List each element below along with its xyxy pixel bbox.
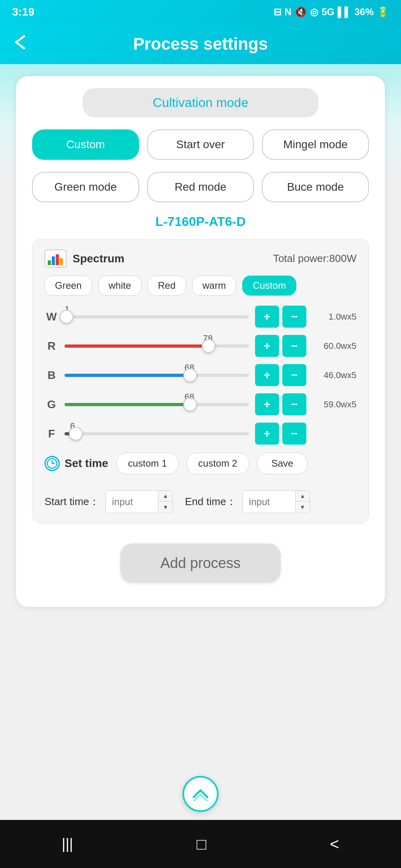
nav-home-button[interactable]: □ xyxy=(180,829,222,859)
clock-icon xyxy=(45,456,60,471)
start-time-up[interactable]: ▲ xyxy=(158,491,172,501)
sim-icon: ⊟ xyxy=(273,6,282,18)
spec-tab-warm[interactable]: warm xyxy=(192,276,237,296)
page-title: Process settings xyxy=(133,34,268,54)
spectrum-tabs: Green white Red warm Custom xyxy=(45,276,356,296)
slider-thumb-r[interactable] xyxy=(202,339,215,353)
mute-icon: 🔇 xyxy=(295,6,307,18)
spectrum-card: Spectrum Total power:800W Green white Re… xyxy=(32,239,369,524)
end-time-input-wrap: ▲ ▼ xyxy=(243,490,310,513)
slider-row-f: F 6 + − xyxy=(45,423,356,445)
slider-plus-b[interactable]: + xyxy=(255,364,279,386)
mode-custom-button[interactable]: Custom xyxy=(32,129,139,160)
slider-container-r: 78 xyxy=(65,344,249,348)
mode-start-over-button[interactable]: Start over xyxy=(147,129,254,160)
slider-track-f[interactable] xyxy=(65,432,249,435)
status-time: 3:19 xyxy=(12,6,34,18)
slider-plus-w[interactable]: + xyxy=(255,306,279,328)
slider-minus-g[interactable]: − xyxy=(282,393,306,415)
spec-tab-red[interactable]: Red xyxy=(148,276,186,296)
slider-power-b: 46.0wx5 xyxy=(312,370,356,381)
time-inputs-row: Start time： ▲ ▼ End time： xyxy=(45,490,356,513)
slider-fill-b xyxy=(65,374,190,377)
status-icons: ⊟ N 🔇 ◎ 5G ▌▌ 36% 🔋 xyxy=(273,6,389,18)
slider-track-g[interactable] xyxy=(65,403,249,406)
slider-row-g: G 68 + − 59.0wx5 xyxy=(45,393,356,415)
slider-btns-f: + − xyxy=(255,423,306,445)
end-time-up[interactable]: ▲ xyxy=(296,491,310,501)
set-time-section: Set time custom 1 custom 2 Save Start ti… xyxy=(45,453,356,513)
slider-minus-r[interactable]: − xyxy=(282,335,306,357)
signal-icon: ▌▌ xyxy=(338,6,351,18)
add-process-button[interactable]: Add process xyxy=(120,544,281,583)
slider-label-f: F xyxy=(45,427,59,440)
slider-minus-b[interactable]: − xyxy=(282,364,306,386)
mode-row-2: Green mode Red mode Buce mode xyxy=(32,172,369,202)
slider-track-w[interactable] xyxy=(65,315,249,318)
slider-thumb-b[interactable] xyxy=(183,369,197,382)
back-button[interactable] xyxy=(12,34,32,54)
slider-fill-g xyxy=(65,403,190,406)
spec-tab-white[interactable]: white xyxy=(98,276,142,296)
slider-row-w: W 1 + − 1.0wx5 xyxy=(45,306,356,328)
battery-icon: 🔋 xyxy=(377,6,389,18)
slider-row-r: R 78 + − 60.0wx5 xyxy=(45,335,356,357)
slider-minus-w[interactable]: − xyxy=(282,306,306,328)
nav-back-button[interactable]: < xyxy=(314,829,355,859)
slider-power-r: 60.0wx5 xyxy=(312,341,356,351)
start-time-input[interactable] xyxy=(106,491,158,513)
spec-tab-green[interactable]: Green xyxy=(45,276,92,296)
settings-card: Cultivation mode Custom Start over Minge… xyxy=(16,76,385,607)
start-time-down[interactable]: ▼ xyxy=(158,501,172,512)
mode-green-button[interactable]: Green mode xyxy=(32,172,139,202)
end-time-label: End time： xyxy=(185,495,237,509)
spectrum-title-group: Spectrum xyxy=(45,250,124,268)
device-id: L-7160P-AT6-D xyxy=(32,214,369,229)
slider-fill-r xyxy=(65,344,209,348)
slider-track-b[interactable] xyxy=(65,374,249,377)
slider-power-g: 59.0wx5 xyxy=(312,399,356,410)
mode-row-1: Custom Start over Mingel mode xyxy=(32,129,369,160)
slider-track-r[interactable] xyxy=(65,344,249,348)
custom1-button[interactable]: custom 1 xyxy=(116,453,178,474)
status-bar: 3:19 ⊟ N 🔇 ◎ 5G ▌▌ 36% 🔋 xyxy=(0,0,401,24)
slider-thumb-w[interactable] xyxy=(60,310,73,324)
custom2-button[interactable]: custom 2 xyxy=(186,453,249,474)
page-header: Process settings xyxy=(0,24,401,64)
set-time-label-group: Set time xyxy=(45,456,108,471)
slider-thumb-f[interactable] xyxy=(69,427,83,441)
svg-rect-1 xyxy=(52,256,55,265)
nfc-icon: N xyxy=(285,6,292,18)
mode-red-button[interactable]: Red mode xyxy=(147,172,254,202)
slider-btns-g: + − xyxy=(255,393,306,415)
slider-row-b: B 68 + − 46.0wx5 xyxy=(45,364,356,386)
slider-plus-g[interactable]: + xyxy=(255,393,279,415)
spec-tab-custom[interactable]: Custom xyxy=(242,276,296,296)
slider-btns-w: + − xyxy=(255,306,306,328)
save-button[interactable]: Save xyxy=(257,453,308,474)
mode-buce-button[interactable]: Buce mode xyxy=(262,172,369,202)
slider-plus-f[interactable]: + xyxy=(255,423,279,445)
end-time-input[interactable] xyxy=(243,491,295,513)
end-time-group: End time： ▲ ▼ xyxy=(185,490,310,513)
start-time-spinners: ▲ ▼ xyxy=(158,491,172,513)
slider-label-g: G xyxy=(45,398,59,411)
slider-container-b: 68 xyxy=(65,374,249,377)
mode-mingel-button[interactable]: Mingel mode xyxy=(262,129,369,160)
spectrum-chart-icon xyxy=(45,250,67,268)
start-time-group: Start time： ▲ ▼ xyxy=(45,490,173,513)
slider-plus-r[interactable]: + xyxy=(255,335,279,357)
slider-label-w: W xyxy=(45,310,59,323)
slider-label-r: R xyxy=(45,340,59,352)
nav-bar: ||| □ < xyxy=(0,820,401,868)
slider-thumb-g[interactable] xyxy=(183,398,197,411)
end-time-down[interactable]: ▼ xyxy=(296,501,310,512)
cultivation-mode-button[interactable]: Cultivation mode xyxy=(83,88,318,117)
floating-up-button[interactable] xyxy=(182,776,219,812)
slider-minus-f[interactable]: − xyxy=(282,423,306,445)
start-time-label: Start time： xyxy=(45,495,99,509)
start-time-input-wrap: ▲ ▼ xyxy=(105,490,173,513)
nav-menu-button[interactable]: ||| xyxy=(46,830,89,858)
slider-container-g: 68 xyxy=(65,403,249,406)
wifi-icon: ◎ xyxy=(310,6,318,18)
